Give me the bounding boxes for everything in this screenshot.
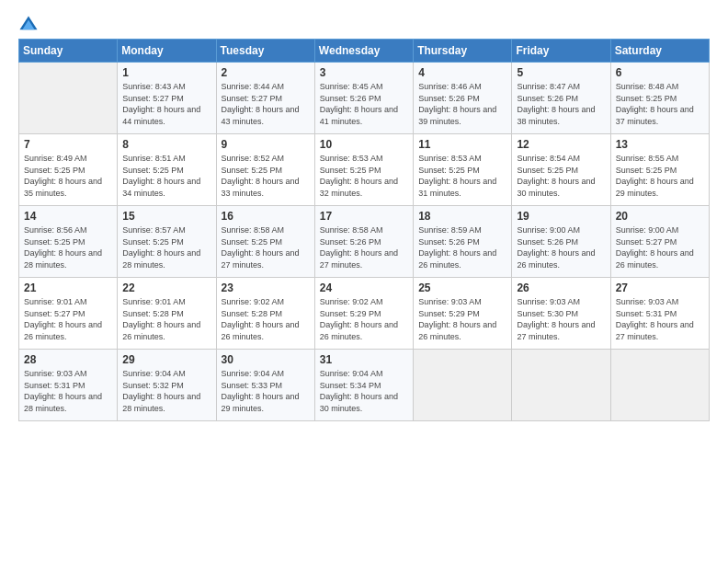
day-number: 9 bbox=[222, 138, 310, 151]
header-day-saturday: Saturday bbox=[610, 40, 709, 63]
cell-info: Sunrise: 8:53 AMSunset: 5:25 PMDaylight:… bbox=[320, 153, 408, 199]
logo bbox=[18, 15, 42, 35]
cell-info: Sunrise: 9:00 AMSunset: 5:26 PMDaylight:… bbox=[517, 224, 605, 270]
cell-info: Sunrise: 8:43 AMSunset: 5:27 PMDaylight:… bbox=[122, 81, 210, 127]
day-number: 24 bbox=[320, 282, 408, 294]
cell-info: Sunrise: 8:53 AMSunset: 5:25 PMDaylight:… bbox=[418, 153, 506, 199]
day-number: 30 bbox=[222, 353, 310, 366]
calendar-cell: 19Sunrise: 9:00 AMSunset: 5:26 PMDayligh… bbox=[512, 206, 610, 278]
day-number: 8 bbox=[122, 138, 210, 151]
calendar-cell: 2Sunrise: 8:44 AMSunset: 5:27 PMDaylight… bbox=[216, 63, 314, 134]
calendar-cell: 14Sunrise: 8:56 AMSunset: 5:25 PMDayligh… bbox=[19, 206, 118, 278]
cell-info: Sunrise: 9:04 AMSunset: 5:34 PMDaylight:… bbox=[320, 368, 408, 414]
week-row-2: 7Sunrise: 8:49 AMSunset: 5:25 PMDaylight… bbox=[19, 134, 710, 206]
header-row: SundayMondayTuesdayWednesdayThursdayFrid… bbox=[19, 40, 710, 63]
day-number: 27 bbox=[616, 282, 704, 294]
calendar-cell: 27Sunrise: 9:03 AMSunset: 5:31 PMDayligh… bbox=[610, 278, 709, 350]
cell-info: Sunrise: 8:51 AMSunset: 5:25 PMDaylight:… bbox=[122, 153, 210, 199]
calendar-table: SundayMondayTuesdayWednesdayThursdayFrid… bbox=[18, 39, 710, 421]
cell-info: Sunrise: 8:56 AMSunset: 5:25 PMDaylight:… bbox=[24, 224, 112, 270]
calendar-cell bbox=[512, 350, 610, 421]
cell-info: Sunrise: 8:58 AMSunset: 5:26 PMDaylight:… bbox=[320, 224, 408, 270]
cell-info: Sunrise: 8:59 AMSunset: 5:26 PMDaylight:… bbox=[418, 224, 506, 270]
header bbox=[18, 15, 710, 35]
calendar-cell: 16Sunrise: 8:58 AMSunset: 5:25 PMDayligh… bbox=[216, 206, 314, 278]
day-number: 11 bbox=[418, 138, 506, 151]
day-number: 20 bbox=[616, 210, 704, 223]
cell-info: Sunrise: 8:49 AMSunset: 5:25 PMDaylight:… bbox=[24, 153, 112, 199]
calendar-cell: 3Sunrise: 8:45 AMSunset: 5:26 PMDaylight… bbox=[314, 63, 413, 134]
calendar-cell bbox=[610, 350, 709, 421]
calendar-cell: 31Sunrise: 9:04 AMSunset: 5:34 PMDayligh… bbox=[314, 350, 413, 421]
calendar-cell bbox=[19, 63, 118, 134]
logo-icon bbox=[18, 15, 39, 35]
cell-info: Sunrise: 8:54 AMSunset: 5:25 PMDaylight:… bbox=[517, 153, 605, 199]
week-row-5: 28Sunrise: 9:03 AMSunset: 5:31 PMDayligh… bbox=[19, 350, 710, 421]
calendar-cell: 22Sunrise: 9:01 AMSunset: 5:28 PMDayligh… bbox=[118, 278, 216, 350]
calendar-cell: 29Sunrise: 9:04 AMSunset: 5:32 PMDayligh… bbox=[118, 350, 216, 421]
calendar-cell: 25Sunrise: 9:03 AMSunset: 5:29 PMDayligh… bbox=[414, 278, 512, 350]
calendar-cell: 6Sunrise: 8:48 AMSunset: 5:25 PMDaylight… bbox=[610, 63, 709, 134]
day-number: 13 bbox=[616, 138, 704, 151]
cell-info: Sunrise: 9:03 AMSunset: 5:30 PMDaylight:… bbox=[517, 296, 605, 342]
calendar-cell: 9Sunrise: 8:52 AMSunset: 5:25 PMDaylight… bbox=[216, 134, 314, 206]
cell-info: Sunrise: 9:01 AMSunset: 5:27 PMDaylight:… bbox=[24, 296, 112, 342]
calendar-cell: 15Sunrise: 8:57 AMSunset: 5:25 PMDayligh… bbox=[118, 206, 216, 278]
day-number: 26 bbox=[517, 282, 605, 294]
calendar-cell: 5Sunrise: 8:47 AMSunset: 5:26 PMDaylight… bbox=[512, 63, 610, 134]
cell-info: Sunrise: 9:04 AMSunset: 5:33 PMDaylight:… bbox=[222, 368, 310, 414]
calendar-cell: 30Sunrise: 9:04 AMSunset: 5:33 PMDayligh… bbox=[216, 350, 314, 421]
cell-info: Sunrise: 9:02 AMSunset: 5:29 PMDaylight:… bbox=[320, 296, 408, 342]
day-number: 18 bbox=[418, 210, 506, 223]
cell-info: Sunrise: 9:01 AMSunset: 5:28 PMDaylight:… bbox=[122, 296, 210, 342]
calendar-cell: 11Sunrise: 8:53 AMSunset: 5:25 PMDayligh… bbox=[414, 134, 512, 206]
header-day-monday: Monday bbox=[118, 40, 216, 63]
calendar-cell: 10Sunrise: 8:53 AMSunset: 5:25 PMDayligh… bbox=[314, 134, 413, 206]
cell-info: Sunrise: 9:03 AMSunset: 5:31 PMDaylight:… bbox=[24, 368, 112, 414]
calendar-cell bbox=[414, 350, 512, 421]
day-number: 2 bbox=[222, 66, 310, 79]
day-number: 5 bbox=[517, 66, 605, 79]
calendar-cell: 26Sunrise: 9:03 AMSunset: 5:30 PMDayligh… bbox=[512, 278, 610, 350]
calendar-cell: 8Sunrise: 8:51 AMSunset: 5:25 PMDaylight… bbox=[118, 134, 216, 206]
calendar-cell: 24Sunrise: 9:02 AMSunset: 5:29 PMDayligh… bbox=[314, 278, 413, 350]
cell-info: Sunrise: 8:57 AMSunset: 5:25 PMDaylight:… bbox=[122, 224, 210, 270]
day-number: 17 bbox=[320, 210, 408, 223]
cell-info: Sunrise: 9:00 AMSunset: 5:27 PMDaylight:… bbox=[616, 224, 704, 270]
week-row-1: 1Sunrise: 8:43 AMSunset: 5:27 PMDaylight… bbox=[19, 63, 710, 134]
day-number: 4 bbox=[418, 66, 506, 79]
cell-info: Sunrise: 8:46 AMSunset: 5:26 PMDaylight:… bbox=[418, 81, 506, 127]
day-number: 1 bbox=[122, 66, 210, 79]
header-day-thursday: Thursday bbox=[414, 40, 512, 63]
cell-info: Sunrise: 8:58 AMSunset: 5:25 PMDaylight:… bbox=[222, 224, 310, 270]
calendar-cell: 12Sunrise: 8:54 AMSunset: 5:25 PMDayligh… bbox=[512, 134, 610, 206]
calendar-cell: 21Sunrise: 9:01 AMSunset: 5:27 PMDayligh… bbox=[19, 278, 118, 350]
day-number: 22 bbox=[122, 282, 210, 294]
calendar-cell: 23Sunrise: 9:02 AMSunset: 5:28 PMDayligh… bbox=[216, 278, 314, 350]
day-number: 19 bbox=[517, 210, 605, 223]
day-number: 6 bbox=[616, 66, 704, 79]
cell-info: Sunrise: 8:45 AMSunset: 5:26 PMDaylight:… bbox=[320, 81, 408, 127]
day-number: 21 bbox=[24, 282, 112, 294]
cell-info: Sunrise: 8:47 AMSunset: 5:26 PMDaylight:… bbox=[517, 81, 605, 127]
header-day-wednesday: Wednesday bbox=[314, 40, 413, 63]
calendar-cell: 28Sunrise: 9:03 AMSunset: 5:31 PMDayligh… bbox=[19, 350, 118, 421]
cell-info: Sunrise: 9:04 AMSunset: 5:32 PMDaylight:… bbox=[122, 368, 210, 414]
cell-info: Sunrise: 8:48 AMSunset: 5:25 PMDaylight:… bbox=[616, 81, 704, 127]
day-number: 7 bbox=[24, 138, 112, 151]
day-number: 23 bbox=[222, 282, 310, 294]
cell-info: Sunrise: 8:55 AMSunset: 5:25 PMDaylight:… bbox=[616, 153, 704, 199]
calendar-cell: 4Sunrise: 8:46 AMSunset: 5:26 PMDaylight… bbox=[414, 63, 512, 134]
day-number: 25 bbox=[418, 282, 506, 294]
week-row-3: 14Sunrise: 8:56 AMSunset: 5:25 PMDayligh… bbox=[19, 206, 710, 278]
calendar-cell: 18Sunrise: 8:59 AMSunset: 5:26 PMDayligh… bbox=[414, 206, 512, 278]
day-number: 29 bbox=[122, 353, 210, 366]
header-day-sunday: Sunday bbox=[19, 40, 118, 63]
week-row-4: 21Sunrise: 9:01 AMSunset: 5:27 PMDayligh… bbox=[19, 278, 710, 350]
header-day-friday: Friday bbox=[512, 40, 610, 63]
day-number: 28 bbox=[24, 353, 112, 366]
day-number: 10 bbox=[320, 138, 408, 151]
calendar-cell: 7Sunrise: 8:49 AMSunset: 5:25 PMDaylight… bbox=[19, 134, 118, 206]
calendar-cell: 17Sunrise: 8:58 AMSunset: 5:26 PMDayligh… bbox=[314, 206, 413, 278]
cell-info: Sunrise: 9:03 AMSunset: 5:29 PMDaylight:… bbox=[418, 296, 506, 342]
